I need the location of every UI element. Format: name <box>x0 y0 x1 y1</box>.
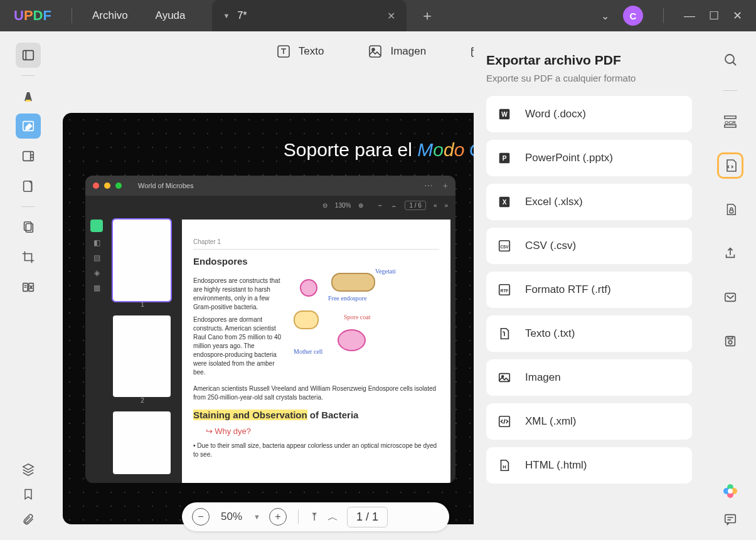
export-title: Exportar archivo PDF <box>486 53 692 68</box>
close-icon[interactable]: ✕ <box>733 9 742 23</box>
section-heading: Endospores <box>193 256 439 267</box>
page-thumbnail[interactable] <box>113 411 171 474</box>
page-thumbnail[interactable] <box>113 315 171 397</box>
svg-text:RTF: RTF <box>501 289 509 293</box>
export-option-label: XML (.xml) <box>525 415 577 428</box>
demo-tab-title: World of Microbes <box>138 182 193 189</box>
ai-assistant-button[interactable] <box>721 482 739 500</box>
protect-button[interactable] <box>717 196 743 223</box>
svg-rect-30 <box>725 294 736 302</box>
tab-close-icon[interactable]: ✕ <box>387 10 395 22</box>
export-panel: Exportar archivo PDF Exporte su PDF a cu… <box>474 44 705 540</box>
left-sidebar <box>0 31 56 540</box>
export-option-label: Formato RTF (.rtf) <box>525 283 611 296</box>
export-word-button[interactable]: W Word (.docx) <box>486 96 692 132</box>
export-option-label: PowerPoint (.pptx) <box>525 152 613 164</box>
user-avatar[interactable]: C <box>623 6 643 26</box>
comment-button[interactable] <box>723 512 737 526</box>
demo-page-indicator: 1 / 6 <box>405 201 425 210</box>
separator <box>21 75 35 76</box>
crop-button[interactable] <box>16 245 41 270</box>
separator <box>72 8 72 23</box>
first-page-button[interactable]: ⤒ <box>310 511 319 524</box>
document-tab[interactable]: ▼ 7* ✕ <box>212 0 407 31</box>
tab-title: 7* <box>237 10 247 21</box>
export-text-button[interactable]: Texto (.txt) <box>486 315 692 352</box>
export-option-label: Imagen <box>525 371 561 384</box>
chapter-label: Chapter 1 <box>193 238 439 245</box>
share-button[interactable] <box>717 240 743 267</box>
text-tool[interactable]: Texto <box>276 44 324 59</box>
layers-button[interactable] <box>21 462 35 476</box>
mac-zoom-icon <box>115 183 122 189</box>
zoom-dropdown-icon[interactable]: ▼ <box>253 513 260 521</box>
search-button[interactable] <box>717 46 743 73</box>
demo-window: World of Microbes ⋯ + ⊖ 130% ⊕ ⫟⫠ 1 / 6 … <box>85 176 455 483</box>
zoom-in-button[interactable]: + <box>269 508 287 526</box>
svg-text:X: X <box>503 199 507 206</box>
save-button[interactable] <box>717 328 743 354</box>
chevron-down-icon[interactable]: ⌄ <box>601 10 609 22</box>
svg-rect-1 <box>26 100 31 102</box>
page-tools-button[interactable] <box>16 144 41 169</box>
page-indicator[interactable]: 1 / 1 <box>347 507 388 527</box>
export-option-label: CSV (.csv) <box>525 240 576 252</box>
paragraph: Endospores are constructs that are highl… <box>193 277 287 312</box>
promo-heading: Soporte para el Modo O <box>284 139 484 161</box>
prev-page-button[interactable]: ︿ <box>327 510 338 524</box>
organize-pages-button[interactable] <box>16 214 41 240</box>
demo-zoom: 130% <box>335 202 351 209</box>
separator <box>21 206 35 207</box>
edit-button[interactable] <box>16 114 41 139</box>
reader-mode-button[interactable] <box>16 43 41 68</box>
page-thumbnail[interactable] <box>113 220 171 301</box>
svg-text:OCR: OCR <box>725 120 736 125</box>
export-option-label: Texto (.txt) <box>525 327 575 340</box>
bookmark-button[interactable] <box>22 487 35 501</box>
export-option-label: HTML (.html) <box>525 459 587 472</box>
separator <box>723 90 737 91</box>
page-content: Chapter 1 Endospores Endospores are cons… <box>182 220 450 483</box>
form-button[interactable] <box>16 174 41 199</box>
email-button[interactable] <box>717 284 743 310</box>
tab-dropdown-icon[interactable]: ▼ <box>223 12 230 19</box>
export-html-button[interactable]: H HTML (.html) <box>486 447 692 484</box>
text-tool-label: Texto <box>299 45 324 58</box>
paragraph: American scientists Russell Vreeland and… <box>193 384 439 402</box>
thumbnail-number: 1 <box>113 301 172 308</box>
svg-rect-33 <box>728 337 732 339</box>
zoom-out-button[interactable]: − <box>192 508 210 526</box>
image-tool[interactable]: Imagen <box>368 44 426 59</box>
add-tab-button[interactable]: ＋ <box>420 6 434 25</box>
paragraph: Endospores are dormant constructs. Ameri… <box>193 315 287 377</box>
convert-button[interactable] <box>717 152 743 179</box>
export-rtf-button[interactable]: RTF Formato RTF (.rtf) <box>486 272 692 308</box>
thumbnail-panel: 1 2 <box>108 214 177 483</box>
compare-button[interactable] <box>16 275 41 300</box>
export-option-label: Word (.docx) <box>525 108 586 120</box>
svg-point-27 <box>725 55 734 63</box>
maximize-icon[interactable]: ☐ <box>709 9 719 23</box>
minimize-icon[interactable]: — <box>684 9 695 23</box>
zoom-page-bar: − 50% ▼ + ⤒ ︿ 1 / 1 <box>182 502 449 531</box>
mac-minimize-icon <box>104 183 110 189</box>
attachment-button[interactable] <box>22 512 35 526</box>
export-image-button[interactable]: Imagen <box>486 359 692 396</box>
export-xml-button[interactable]: XML (.xml) <box>486 403 692 440</box>
svg-rect-0 <box>23 51 34 60</box>
highlighter-button[interactable] <box>16 83 41 109</box>
annotation: ↪ Why dye? <box>206 426 439 437</box>
export-powerpoint-button[interactable]: P PowerPoint (.pptx) <box>486 140 692 176</box>
export-excel-button[interactable]: X Excel (.xlsx) <box>486 184 692 220</box>
menu-file[interactable]: Archivo <box>78 9 142 22</box>
svg-rect-3 <box>23 152 34 161</box>
ocr-button[interactable]: OCR <box>717 109 743 135</box>
svg-point-38 <box>728 489 733 494</box>
export-option-label: Excel (.xlsx) <box>525 196 583 208</box>
image-tool-label: Imagen <box>390 45 426 58</box>
export-csv-button[interactable]: CSV CSV (.csv) <box>486 228 692 264</box>
menu-help[interactable]: Ayuda <box>142 9 200 22</box>
svg-point-32 <box>728 341 732 344</box>
bullet-text: Due to their small size, bacteria appear… <box>193 442 437 458</box>
right-sidebar: OCR <box>705 31 756 540</box>
